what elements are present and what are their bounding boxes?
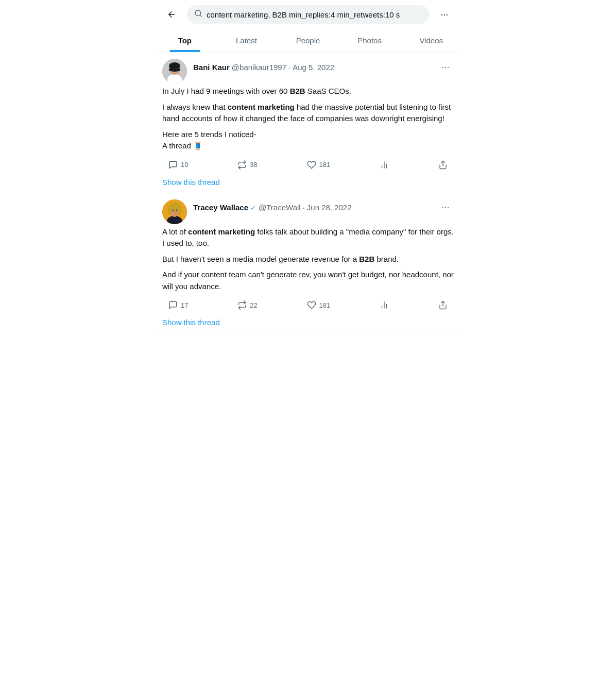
tweet-1-handle: @banikaur1997 [232,63,286,72]
retweet-icon-2 [237,300,247,310]
tweet-2-reply-count: 17 [181,301,188,309]
svg-point-19 [172,209,173,211]
tweet-2-dot: · [303,203,305,212]
avatar-tracey[interactable] [162,199,187,224]
svg-point-5 [169,68,181,72]
tweet-1-meta: Bani Kaur @banikaur1997 · Aug 5, 2022 ··… [193,59,454,75]
search-svg [194,9,202,18]
svg-point-17 [167,207,172,215]
back-icon [167,10,176,19]
like-icon [307,160,316,170]
tweet-2-analytics-button[interactable] [375,298,393,312]
search-query-text: content marketing, B2B min_replies:4 min… [207,10,422,19]
tab-videos[interactable]: Videos [400,29,462,52]
svg-point-6 [172,69,173,70]
analytics-icon-2 [380,300,389,310]
like-icon-2 [307,300,316,310]
verified-badge-tracey: ✓ [250,204,256,212]
back-button[interactable] [162,5,181,24]
tweet-2-like-count: 181 [319,301,331,309]
tweet-2-meta: Tracey Wallace ✓ @TraceWall · Jun 28, 20… [193,199,454,216]
tweet-1-like-count: 181 [319,161,331,169]
tweet-1-reply-button[interactable]: 10 [164,158,192,172]
tweet-2-author-name: Tracey Wallace [193,203,248,212]
tweet-2-author-info: Tracey Wallace ✓ @TraceWall · Jun 28, 20… [193,203,352,212]
avatar-bani-svg [162,59,187,83]
tweet-2-retweet-button[interactable]: 22 [233,298,261,312]
tweet-2-date: Jun 28, 2022 [307,203,352,212]
more-options-icon: ··· [440,9,448,20]
reply-icon-2 [168,300,178,310]
more-options-button[interactable]: ··· [435,5,454,24]
svg-point-20 [176,209,177,211]
svg-point-7 [176,69,177,70]
avatar-tracey-svg [162,199,187,224]
share-icon-2 [438,300,448,310]
tweet-2-retweet-count: 22 [250,301,257,309]
tweet-2-handle: @TraceWall [259,203,301,212]
tweet-2-header: Tracey Wallace ✓ @TraceWall · Jun 28, 20… [162,199,454,224]
tweet-1-reply-count: 10 [181,161,188,169]
tweet-1-like-button[interactable]: 181 [303,158,335,172]
tweet-1-retweet-count: 38 [250,161,257,169]
tweet-2-actions: 17 22 181 [162,298,454,312]
tweet-1-analytics-button[interactable] [375,158,393,172]
tweet-1-header: Bani Kaur @banikaur1997 · Aug 5, 2022 ··… [162,59,454,83]
share-icon [438,160,448,170]
tweet-2-reply-button[interactable]: 17 [164,298,192,312]
tweet-2-share-button[interactable] [434,298,452,312]
tweet-2-more-button[interactable]: ··· [437,199,454,216]
tweet-1-author-name: Bani Kaur [193,63,230,72]
tab-top[interactable]: Top [154,29,216,52]
retweet-icon [237,160,247,170]
tweet-1-show-thread-button[interactable]: Show this thread [162,178,220,187]
tab-latest[interactable]: Latest [216,29,278,52]
tweet-2-like-button[interactable]: 181 [303,298,335,312]
search-bar[interactable]: content marketing, B2B min_replies:4 min… [187,5,429,24]
search-tabs: Top Latest People Photos Videos [154,29,462,53]
tweet-2: Tracey Wallace ✓ @TraceWall · Jun 28, 20… [154,193,462,334]
svg-point-18 [178,207,182,215]
tweet-1-body: In July I had 9 meetings with over 60 B2… [162,86,454,152]
reply-icon [168,160,178,170]
tweet-1: Bani Kaur @banikaur1997 · Aug 5, 2022 ··… [154,53,462,193]
tweet-2-author-line: Tracey Wallace ✓ @TraceWall · Jun 28, 20… [193,199,454,216]
tweet-1-author-line: Bani Kaur @banikaur1997 · Aug 5, 2022 ··… [193,59,454,75]
tweet-1-author-info: Bani Kaur @banikaur1997 · Aug 5, 2022 [193,63,334,72]
analytics-icon [380,160,389,170]
tweet-1-more-button[interactable]: ··· [437,59,454,75]
tweet-2-body: A lot of content marketing folks talk ab… [162,226,454,293]
tweet-1-dot: · [288,63,290,72]
tweet-1-share-button[interactable] [434,158,452,172]
tab-people[interactable]: People [277,29,339,52]
header: content marketing, B2B min_replies:4 min… [154,0,462,29]
tab-photos[interactable]: Photos [339,29,401,52]
search-icon [194,9,202,20]
tweet-1-retweet-button[interactable]: 38 [233,158,261,172]
tweet-2-show-thread-button[interactable]: Show this thread [162,318,220,327]
tweet-1-date: Aug 5, 2022 [293,63,334,72]
avatar-bani[interactable] [162,59,187,83]
tweet-1-actions: 10 38 181 [162,158,454,172]
